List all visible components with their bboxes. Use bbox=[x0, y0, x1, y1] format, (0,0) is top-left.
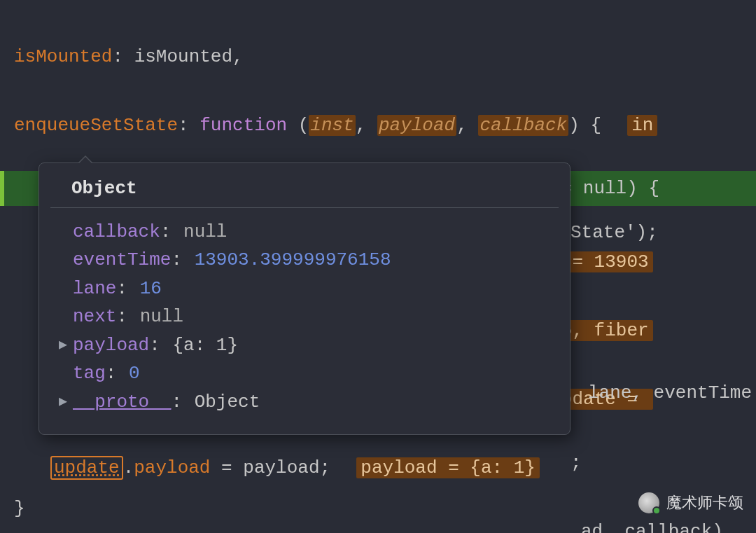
tooltip-row-lane: lane: 16 bbox=[55, 275, 554, 303]
wechat-icon bbox=[638, 492, 659, 513]
tooltip-row-callback: callback: null bbox=[55, 218, 554, 247]
tooltip-row-eventtime: eventTime: 13903.399999976158 bbox=[55, 246, 554, 275]
param-callback: callback bbox=[478, 115, 568, 136]
code-line-0: isMounted: isMounted, bbox=[0, 46, 756, 69]
bg-code-semi: ; bbox=[570, 452, 582, 475]
hover-tooltip: Object callback: null eventTime: 13903.3… bbox=[38, 162, 570, 435]
bg-code-state: State'); bbox=[570, 221, 658, 244]
watermark: 魔术师卡颂 bbox=[638, 492, 743, 513]
bg-code-brace: } bbox=[14, 497, 25, 520]
inline-hint: payload = {a: 1} bbox=[356, 457, 540, 478]
property-enqueuesetstate: enqueueSetState bbox=[14, 115, 178, 136]
tooltip-row-proto[interactable]: ▶ __proto__: Object bbox=[55, 388, 554, 417]
expand-arrow-icon[interactable]: ▶ bbox=[59, 336, 73, 354]
hover-variable-update[interactable]: update bbox=[50, 456, 123, 480]
property-ismounted: isMounted bbox=[14, 46, 112, 67]
tooltip-row-next: next: null bbox=[55, 303, 554, 331]
watermark-text: 魔术师卡颂 bbox=[666, 493, 743, 513]
param-payload: payload bbox=[377, 115, 456, 136]
bg-code-lane: lane, eventTime bbox=[588, 382, 752, 405]
inline-hint: in bbox=[627, 115, 657, 136]
code-line-1: enqueueSetState: function (inst, payload… bbox=[0, 114, 756, 137]
expand-arrow-icon[interactable]: ▶ bbox=[59, 393, 73, 410]
param-inst: inst bbox=[309, 115, 355, 136]
bg-code-adcb: ad, callback) bbox=[581, 520, 734, 533]
tooltip-row-tag: tag: 0 bbox=[55, 359, 554, 388]
tooltip-title: Object bbox=[50, 174, 559, 208]
tooltip-row-payload[interactable]: ▶ payload: {a: 1} bbox=[55, 331, 554, 360]
code-line-6: update.payload = payload; payload = {a: … bbox=[0, 457, 756, 480]
